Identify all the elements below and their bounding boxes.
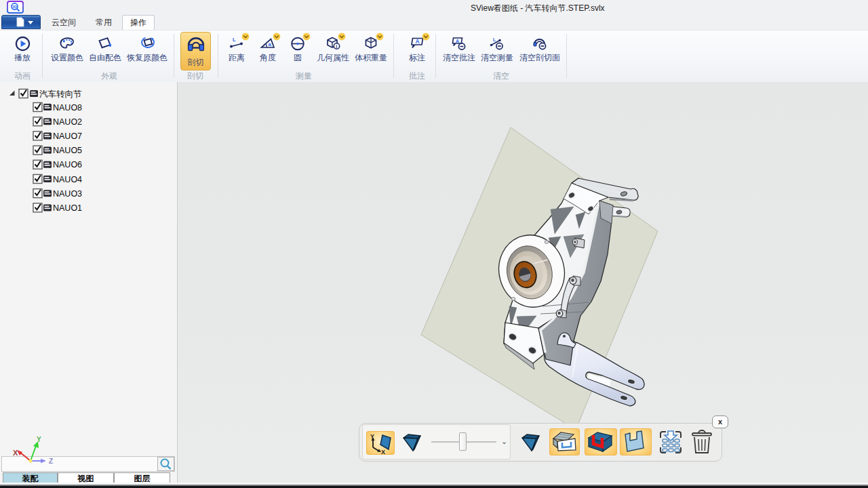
svg-text:NAUO6: NAUO6 bbox=[53, 160, 82, 169]
svg-text:汽车转向节: 汽车转向节 bbox=[39, 89, 82, 99]
svg-text:A: A bbox=[456, 39, 459, 43]
svg-text:A: A bbox=[416, 38, 420, 45]
svg-text:Z: Z bbox=[49, 458, 53, 465]
svg-text:a: a bbox=[269, 41, 272, 47]
svg-text:X: X bbox=[13, 449, 18, 457]
svg-text:L: L bbox=[233, 37, 236, 43]
svg-text:3D: 3D bbox=[12, 5, 17, 9]
svg-text:NAUO4: NAUO4 bbox=[53, 175, 82, 184]
svg-text:X: X bbox=[381, 449, 385, 454]
svg-text:NAUO8: NAUO8 bbox=[53, 103, 82, 113]
svg-text:i: i bbox=[336, 44, 337, 49]
svg-text:Y: Y bbox=[37, 436, 41, 443]
svg-text:L: L bbox=[493, 37, 496, 42]
svg-text:NAUO1: NAUO1 bbox=[53, 203, 82, 213]
svg-text:NAUO3: NAUO3 bbox=[53, 189, 82, 199]
svg-text:NAUO5: NAUO5 bbox=[53, 146, 82, 155]
svg-text:NAUO7: NAUO7 bbox=[53, 131, 82, 141]
svg-text:NAUO2: NAUO2 bbox=[53, 117, 82, 127]
